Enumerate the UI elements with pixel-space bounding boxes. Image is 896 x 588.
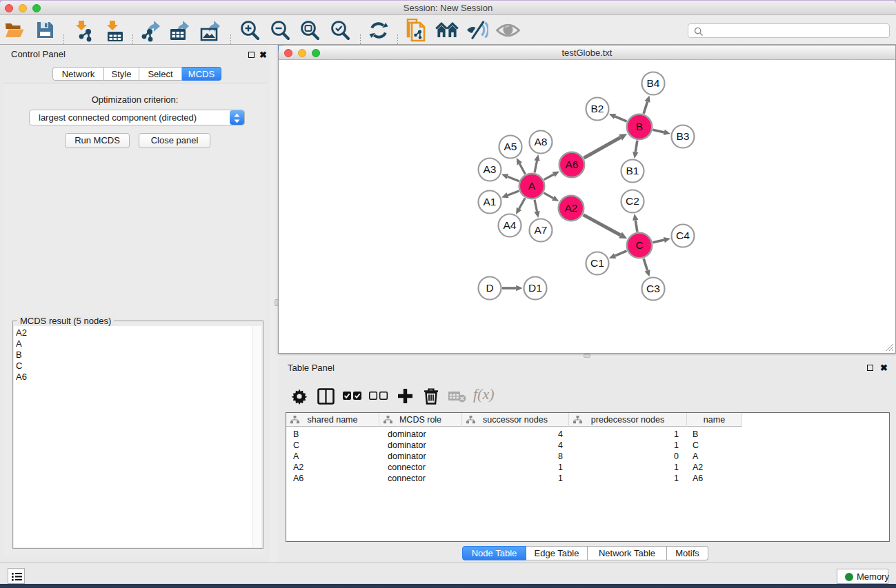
svg-text:A5: A5 (504, 141, 517, 152)
svg-text:A4: A4 (504, 219, 517, 231)
svg-text:A: A (528, 180, 536, 192)
svg-text:B1: B1 (626, 165, 639, 176)
svg-text:B3: B3 (677, 130, 690, 142)
svg-text:A6: A6 (566, 159, 579, 170)
svg-text:A7: A7 (535, 224, 548, 236)
svg-text:C4: C4 (676, 230, 690, 241)
svg-text:B: B (636, 121, 643, 132)
svg-text:C: C (635, 239, 643, 251)
svg-text:B2: B2 (591, 103, 604, 114)
svg-text:A3: A3 (484, 163, 497, 175)
svg-text:D1: D1 (528, 282, 542, 294)
svg-text:D: D (486, 282, 493, 294)
svg-text:A1: A1 (484, 196, 497, 207)
svg-text:A8: A8 (535, 136, 548, 148)
svg-text:B4: B4 (647, 77, 660, 89)
svg-text:C1: C1 (590, 257, 604, 269)
svg-text:C3: C3 (646, 283, 660, 294)
svg-text:A2: A2 (565, 202, 578, 214)
svg-text:C2: C2 (626, 195, 639, 207)
